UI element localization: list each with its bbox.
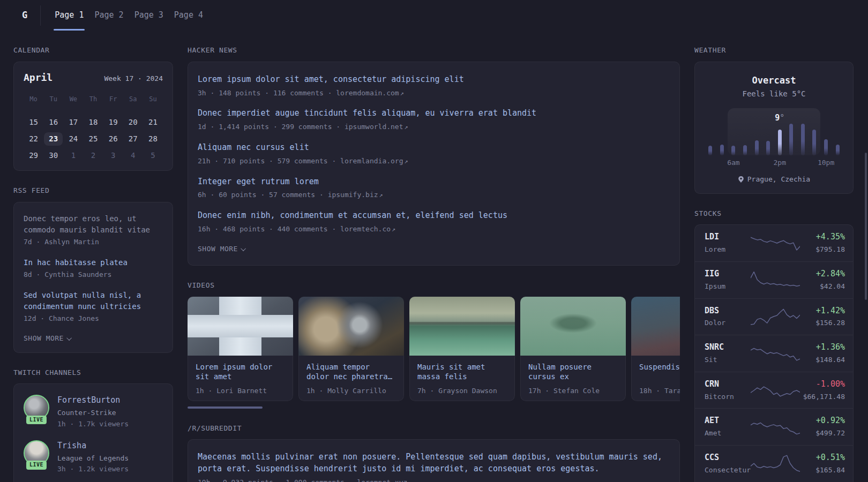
stock-row[interactable]: CCS Consectetur +0.51% $165.84 (695, 445, 853, 482)
weather-condition: Overcast (705, 74, 843, 87)
hackernews-item-title[interactable]: Donec imperdiet augue tincidunt felis al… (198, 108, 670, 119)
stock-price: $795.18 (800, 245, 845, 255)
stock-row[interactable]: IIG Ipsum +2.84% $42.04 (695, 261, 853, 298)
reddit-post-source-link[interactable]: loremnet.xyz (357, 478, 407, 482)
hackernews-item-source-link[interactable]: ipsumify.biz (328, 191, 378, 199)
weather-time-label: 6am (727, 158, 739, 168)
rss-show-more-button[interactable]: SHOW MORE (24, 334, 163, 344)
video-card[interactable]: Suspendisse diam 18h · Tara (631, 297, 680, 401)
stock-row[interactable]: CRN Bitcorn -1.00% $66,171.48 (695, 372, 853, 409)
rss-item-meta: 7d · Ashlyn Martin (24, 237, 163, 247)
weather-feels-like: Feels like 5°C (705, 88, 843, 99)
video-thumbnail[interactable] (298, 297, 404, 356)
video-card[interactable]: Nullam posuere cursus ex 17h · Stefan Co… (520, 297, 626, 401)
weather-temperature-bar (766, 141, 770, 155)
weather-location: Prague, Czechia (705, 175, 843, 185)
weather-bar-slot (785, 108, 797, 155)
calendar-day: 21 (143, 114, 163, 131)
reddit-post-title[interactable]: Maecenas mollis pulvinar erat non posuer… (198, 451, 670, 475)
video-title[interactable]: Lorem ipsum dolor sit amet consectetu… (196, 362, 285, 382)
video-card-body: Mauris sit amet massa felis 7h · Grayson… (409, 356, 515, 401)
hackernews-item-title[interactable]: Donec enim nibh, condimentum et accumsan… (198, 210, 670, 222)
hackernews-item: Integer eget rutrum lorem 6h · 60 points… (198, 176, 670, 201)
video-title[interactable]: Nullam posuere cursus ex (528, 362, 618, 382)
video-title[interactable]: Suspendisse diam (639, 362, 680, 382)
stock-sparkline (751, 306, 800, 327)
stock-name: Amet (705, 428, 751, 439)
rss-widget: Donec tempor eros leo, ut commodo mauris… (13, 202, 173, 353)
page-tab[interactable]: Page 3 (133, 0, 164, 31)
stock-change-percent: +0.51% (800, 452, 845, 464)
page-tab[interactable]: Page 2 (93, 0, 124, 31)
page-tab[interactable]: Page 1 (54, 0, 85, 31)
chevron-down-icon (241, 246, 246, 251)
calendar-day: 29 (24, 147, 43, 164)
reddit-post-list: Maecenas mollis pulvinar erat non posuer… (198, 451, 670, 482)
calendar-weekday: Tu (43, 91, 63, 108)
stock-row[interactable]: SNRC Sit +1.36% $148.64 (695, 335, 853, 372)
hackernews-item-title[interactable]: Integer eget rutrum lorem (198, 176, 670, 188)
calendar-day: 5 (143, 147, 163, 164)
video-thumbnail[interactable] (520, 297, 626, 356)
weather-temperature-bar (801, 124, 805, 155)
twitch-channel-name[interactable]: Trisha (57, 440, 129, 452)
twitch-channel-row[interactable]: LIVE Trisha League of Legends 3h · 1.2k … (24, 440, 163, 475)
video-card[interactable]: Mauris sit amet massa felis 7h · Grayson… (409, 297, 515, 401)
hackernews-item-title[interactable]: Lorem ipsum dolor sit amet, consectetur … (198, 74, 670, 86)
chevron-down-icon (66, 335, 72, 341)
calendar-weekday: Mo (24, 91, 43, 108)
hackernews-item-source-link[interactable]: loremtech.co (340, 225, 391, 233)
video-thumbnail[interactable] (188, 297, 293, 356)
twitch-channel-name[interactable]: ForrestBurton (57, 395, 129, 406)
weather-hourly-chart: 9° (705, 108, 843, 155)
stock-values: -1.00% $66,171.48 (800, 379, 845, 402)
stock-row[interactable]: DBS Dolor +1.42% $156.28 (695, 298, 853, 335)
stock-sparkline (751, 233, 800, 253)
rss-item-title[interactable]: In hac habitasse platea (24, 257, 163, 269)
carousel-scrollbar-thumb[interactable] (188, 406, 263, 409)
video-thumbnail[interactable] (631, 297, 680, 356)
external-link-icon: ↗ (405, 123, 408, 131)
calendar-day: 18 (83, 114, 103, 131)
stock-identity: DBS Dolor (705, 305, 751, 329)
page-tab[interactable]: Page 4 (173, 0, 204, 31)
hackernews-item-title[interactable]: Aliquam nec cursus elit (198, 142, 670, 154)
rss-item-title[interactable]: Sed volutpat nulla nisl, a condimentum n… (24, 290, 163, 313)
calendar-day: 27 (123, 131, 143, 147)
stock-values: +1.42% $156.28 (800, 305, 845, 329)
weather-temperature-bar (789, 124, 793, 155)
video-card[interactable]: Lorem ipsum dolor sit amet consectetu… 1… (188, 297, 293, 401)
stock-identity: CCS Consectetur (705, 452, 751, 476)
video-thumbnail[interactable] (409, 297, 515, 356)
stock-change-percent: +2.84% (800, 268, 845, 280)
stock-sparkline (751, 454, 800, 474)
stock-identity: LDI Lorem (705, 231, 751, 255)
hackernews-item-meta: 16h · 468 points · 440 comments · loremt… (198, 224, 670, 235)
external-link-icon: ↗ (392, 225, 395, 233)
reddit-widget: Maecenas mollis pulvinar erat non posuer… (188, 439, 680, 482)
stock-row[interactable]: AET Amet +0.92% $499.72 (695, 408, 853, 445)
weather-bar-slot (832, 108, 843, 155)
hackernews-item-source-link[interactable]: ipsumworld.net (345, 123, 403, 131)
video-title[interactable]: Aliquam tempor dolor nec pharetra… (306, 362, 396, 382)
weather-temperature-bar (731, 146, 735, 155)
twitch-channel-row[interactable]: LIVE ForrestBurton Counter-Strike 1h · 1… (24, 395, 163, 429)
hackernews-item-source-link[interactable]: loremlandia.org (340, 157, 403, 165)
rss-list: Donec tempor eros leo, ut commodo mauris… (24, 213, 163, 324)
hackernews-item-meta: 6h · 60 points · 57 comments · ipsumify.… (198, 190, 670, 200)
hackernews-item-source-link[interactable]: loremdomain.com (336, 89, 399, 97)
app-logo[interactable]: G (13, 9, 40, 22)
page-scrollbar-thumb[interactable] (865, 153, 867, 300)
rss-item-title[interactable]: Donec tempor eros leo, ut commodo mauris… (24, 213, 163, 236)
video-card[interactable]: Aliquam tempor dolor nec pharetra… 1h · … (298, 297, 404, 401)
weather-bar-slot (820, 108, 832, 155)
current-temperature-label: 9° (775, 112, 784, 124)
weather-time-label: 2pm (774, 158, 786, 168)
stock-change-percent: +1.36% (800, 342, 845, 353)
video-title[interactable]: Mauris sit amet massa felis (417, 362, 507, 382)
stock-row[interactable]: LDI Lorem +4.35% $795.18 (695, 225, 853, 261)
hackernews-show-more-button[interactable]: SHOW MORE (198, 244, 670, 254)
stock-values: +4.35% $795.18 (800, 231, 845, 255)
weather-temperature-bar (824, 139, 828, 155)
weather-widget: Overcast Feels like 5°C 9° 6am2pm10pm Pr… (694, 62, 854, 194)
